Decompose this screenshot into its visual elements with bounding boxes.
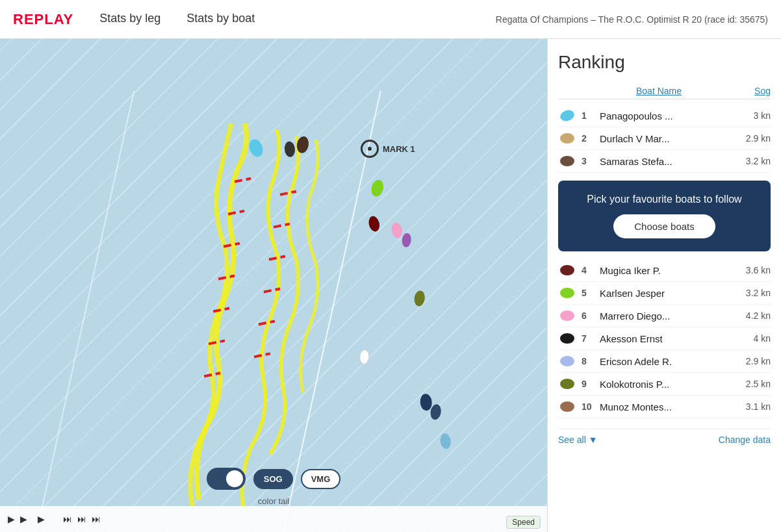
boat-icon bbox=[558, 133, 576, 144]
sog-button[interactable]: SOG bbox=[253, 469, 293, 489]
svg-point-4 bbox=[284, 141, 296, 157]
boat-name: Mugica Iker P. bbox=[600, 265, 735, 276]
play-icon-2[interactable]: ▶ bbox=[20, 514, 27, 524]
svg-point-19 bbox=[560, 310, 574, 321]
svg-point-21 bbox=[560, 356, 574, 366]
main-content: MARK 1 SOG VMG color tail ▶ ▶ ▶ ⏭ ⏭ ⏭ Sp… bbox=[0, 39, 781, 532]
boat-speed: 2.9 kn bbox=[735, 356, 771, 366]
table-row[interactable]: 6 Marrero Diego... 4.2 kn bbox=[558, 305, 771, 327]
replay-logo: REPLAY bbox=[13, 11, 73, 28]
table-row[interactable]: 7 Akesson Ernst 4 kn bbox=[558, 327, 771, 350]
table-row[interactable]: 8 Ericson Adele R. 2.9 kn bbox=[558, 350, 771, 373]
favourite-text: Pick your favourite boats to follow bbox=[569, 194, 760, 205]
svg-point-23 bbox=[560, 401, 574, 412]
boat-rank: 8 bbox=[582, 356, 600, 366]
boat-name: Panagopoulos ... bbox=[600, 110, 735, 121]
playback-bar: ▶ ▶ ▶ ⏭ ⏭ ⏭ Speed bbox=[0, 506, 547, 532]
sidebar-footer: See all ▼ Change data bbox=[558, 429, 771, 445]
see-all-link[interactable]: See all ▼ bbox=[558, 435, 598, 445]
color-tail-toggle[interactable] bbox=[207, 468, 246, 490]
boat-speed: 2.9 kn bbox=[735, 133, 771, 144]
boat-name: Samaras Stefa... bbox=[600, 156, 735, 167]
svg-point-15 bbox=[560, 133, 574, 144]
skip-icon-3[interactable]: ⏭ bbox=[92, 514, 101, 524]
play-icon[interactable]: ▶ bbox=[8, 514, 15, 524]
boat-rank: 4 bbox=[582, 265, 600, 275]
nav-stats-by-boat[interactable]: Stats by boat bbox=[186, 9, 255, 30]
boat-rank: 1 bbox=[582, 110, 600, 121]
skip-icon-1[interactable]: ⏭ bbox=[63, 514, 72, 524]
table-row[interactable]: 10 Munoz Montes... 3.1 kn bbox=[558, 396, 771, 418]
svg-point-7 bbox=[402, 233, 412, 247]
color-tail-label: color tail bbox=[258, 496, 289, 506]
svg-point-17 bbox=[560, 265, 574, 275]
controls-row: SOG VMG bbox=[207, 468, 341, 490]
app-header: REPLAY Stats by leg Stats by boat Regatt… bbox=[0, 0, 781, 39]
boat-speed: 3 kn bbox=[735, 110, 771, 121]
choose-boats-button[interactable]: Choose boats bbox=[613, 214, 715, 238]
svg-point-6 bbox=[390, 222, 403, 238]
svg-point-2 bbox=[247, 137, 265, 158]
boat-rank: 2 bbox=[582, 133, 600, 144]
boat-speed: 4 kn bbox=[735, 333, 771, 344]
mark-text: MARK 1 bbox=[383, 144, 415, 154]
favourite-box: Pick your favourite boats to follow Choo… bbox=[558, 181, 771, 251]
boat-speed: 3.2 kn bbox=[735, 156, 771, 166]
boat-icon bbox=[558, 264, 576, 276]
boat-rank: 6 bbox=[582, 310, 600, 321]
toggle-knob bbox=[226, 470, 243, 487]
boat-name: Munoz Montes... bbox=[600, 401, 735, 412]
boat-name: Akesson Ernst bbox=[600, 333, 735, 344]
vmg-button[interactable]: VMG bbox=[301, 469, 341, 489]
change-data-link[interactable]: Change data bbox=[719, 435, 771, 445]
svg-point-5 bbox=[370, 179, 385, 198]
table-row[interactable]: 1 Panagopoulos ... 3 kn bbox=[558, 105, 771, 127]
boat-name: Karlsen Jesper bbox=[600, 288, 735, 299]
boat-rank: 7 bbox=[582, 333, 600, 344]
boat-name-col-header[interactable]: Boat Name bbox=[636, 86, 732, 96]
boat-rank: 9 bbox=[582, 379, 600, 389]
table-row[interactable]: 4 Mugica Iker P. 3.6 kn bbox=[558, 259, 771, 282]
boat-name: Marrero Diego... bbox=[600, 310, 735, 322]
boat-name: Kolokotronis P... bbox=[600, 379, 735, 390]
boat-speed: 3.6 kn bbox=[735, 265, 771, 275]
boat-icon bbox=[558, 287, 576, 299]
boat-rank: 10 bbox=[582, 401, 600, 412]
boat-icon bbox=[558, 355, 576, 367]
sog-col-header[interactable]: Sog bbox=[732, 86, 771, 96]
svg-point-16 bbox=[560, 156, 574, 166]
boat-speed: 3.2 kn bbox=[735, 288, 771, 298]
table-row[interactable]: 2 Durlach V Mar... 2.9 kn bbox=[558, 127, 771, 150]
ranking-header: Boat Name Sog bbox=[558, 83, 771, 99]
ranking-title: Ranking bbox=[558, 52, 771, 73]
boat-icon bbox=[558, 310, 576, 322]
table-row[interactable]: 3 Samaras Stefa... 3.2 kn bbox=[558, 150, 771, 173]
boat-name: Durlach V Mar... bbox=[600, 133, 735, 144]
svg-point-9 bbox=[413, 290, 426, 307]
svg-line-1 bbox=[36, 91, 134, 532]
mark-1-label: MARK 1 bbox=[361, 140, 415, 158]
boat-icon bbox=[558, 333, 576, 344]
svg-point-12 bbox=[439, 433, 452, 450]
map-controls: SOG VMG color tail bbox=[0, 468, 547, 506]
main-nav: Stats by leg Stats by boat bbox=[99, 9, 470, 30]
boat-icon bbox=[558, 401, 576, 412]
svg-point-8 bbox=[367, 215, 381, 233]
svg-point-13 bbox=[359, 349, 370, 364]
map-area[interactable]: MARK 1 SOG VMG color tail ▶ ▶ ▶ ⏭ ⏭ ⏭ Sp… bbox=[0, 39, 547, 532]
race-track-svg bbox=[0, 39, 547, 532]
table-row[interactable]: 9 Kolokotronis P... 2.5 kn bbox=[558, 373, 771, 396]
boat-name: Ericson Adele R. bbox=[600, 356, 735, 367]
speed-badge: Speed bbox=[506, 516, 541, 529]
nav-stats-by-leg[interactable]: Stats by leg bbox=[99, 9, 160, 30]
skip-icon-2[interactable]: ⏭ bbox=[77, 514, 86, 524]
table-row[interactable]: 5 Karlsen Jesper 3.2 kn bbox=[558, 282, 771, 305]
boat-rank: 5 bbox=[582, 288, 600, 298]
svg-point-14 bbox=[559, 110, 576, 121]
fast-forward-icon[interactable]: ▶ bbox=[38, 514, 45, 524]
svg-point-22 bbox=[560, 379, 574, 389]
race-title: Regatta Of Champions – The R.O.C. Optimi… bbox=[496, 14, 768, 25]
mark-dot bbox=[368, 147, 372, 151]
boat-icon bbox=[558, 110, 576, 121]
boat-rank: 3 bbox=[582, 156, 600, 166]
